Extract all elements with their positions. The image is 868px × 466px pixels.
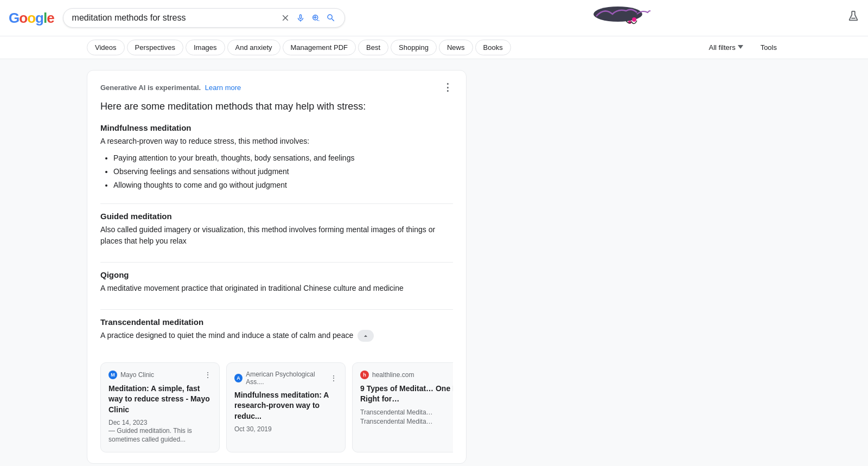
main-content: Generative AI is experimental. Learn mor… — [0, 59, 868, 466]
source-name: American Psychological Ass.... — [246, 371, 330, 386]
source-name: Mayo Clinic — [120, 371, 154, 379]
section-list-item: Paying attention to your breath, thought… — [113, 151, 453, 165]
source-card-info: A American Psychological Ass.... — [234, 371, 330, 386]
source-card-header: M Mayo Clinic ⋮ — [108, 371, 212, 379]
meditation-sections: Mindfulness meditationA research-proven … — [100, 123, 453, 352]
source-card-info: h healthline.com — [360, 371, 414, 379]
collapse-button[interactable] — [358, 330, 374, 342]
source-card-mayo-clinic[interactable]: M Mayo Clinic ⋮ Meditation: A simple, fa… — [100, 362, 220, 452]
filter-right: All filters Tools — [705, 40, 781, 55]
source-card-healthline[interactable]: h healthline.com ⋮ 9 Types of Meditat… O… — [352, 362, 453, 452]
filter-chip-and-anxiety[interactable]: And anxiety — [227, 40, 280, 55]
header: Google meditation methods for stress — [0, 0, 868, 36]
source-favicon: A — [234, 374, 242, 382]
filter-chip-videos[interactable]: Videos — [87, 40, 125, 55]
more-options-button[interactable]: ⋮ — [443, 81, 453, 93]
learn-more-link[interactable]: Learn more — [205, 84, 241, 92]
doodle-area — [354, 4, 839, 31]
source-card-header: h healthline.com ⋮ — [360, 371, 453, 379]
meditation-section-transcendental: Transcendental meditationA practice desi… — [100, 309, 453, 352]
ai-results-box: Generative AI is experimental. Learn mor… — [87, 70, 467, 464]
meditation-section-mindfulness: Mindfulness meditationA research-proven … — [100, 123, 453, 198]
search-bar: meditation methods for stress — [63, 8, 345, 28]
card-more-button[interactable]: ⋮ — [204, 371, 212, 379]
image-search-button[interactable] — [311, 13, 321, 23]
filter-bar: VideosPerspectivesImagesAnd anxietyManag… — [0, 36, 868, 59]
tools-button[interactable]: Tools — [756, 40, 781, 55]
section-desc-transcendental: A practice designed to quiet the mind an… — [100, 330, 453, 342]
all-filters-button[interactable]: All filters — [705, 40, 748, 55]
source-title: 9 Types of Meditat… One Is Right for… — [360, 384, 453, 405]
section-title-guided: Guided meditation — [100, 212, 453, 221]
section-list-mindfulness: Paying attention to your breath, thought… — [100, 151, 453, 193]
filter-chip-best[interactable]: Best — [358, 40, 388, 55]
search-input[interactable]: meditation methods for stress — [72, 13, 275, 23]
source-favicon: h — [360, 371, 369, 379]
section-title-mindfulness: Mindfulness meditation — [100, 123, 453, 132]
google-logo[interactable]: Google — [9, 10, 54, 27]
section-title-qigong: Qigong — [100, 270, 453, 279]
filter-chip-management-pdf[interactable]: Management PDF — [283, 40, 356, 55]
filter-chip-images[interactable]: Images — [186, 40, 225, 55]
svg-point-1 — [632, 17, 636, 22]
source-title: Meditation: A simple, fast way to reduce… — [108, 384, 212, 416]
labs-icon[interactable] — [847, 10, 859, 25]
source-snippet: Transcendental Medita… Transcendental Me… — [360, 408, 453, 426]
source-name: healthline.com — [372, 371, 414, 379]
filter-chips: VideosPerspectivesImagesAnd anxietyManag… — [87, 40, 511, 55]
source-card-header: A American Psychological Ass.... ⋮ — [234, 371, 337, 386]
section-list-item: Allowing thoughts to come and go without… — [113, 178, 453, 192]
all-filters-label: All filters — [709, 43, 736, 52]
section-list-item: Observing feelings and sensations withou… — [113, 165, 453, 178]
clear-search-button[interactable] — [280, 13, 290, 23]
source-cards-container: M Mayo Clinic ⋮ Meditation: A simple, fa… — [100, 362, 429, 452]
section-desc-qigong: A meditative movement practice that orig… — [100, 283, 453, 294]
source-cards: M Mayo Clinic ⋮ Meditation: A simple, fa… — [100, 362, 453, 452]
ai-experimental-text: Generative AI is experimental. Learn mor… — [100, 84, 241, 92]
filter-chip-books[interactable]: Books — [475, 40, 511, 55]
section-desc-mindfulness: A research-proven way to reduce stress, … — [100, 136, 453, 147]
filter-chip-perspectives[interactable]: Perspectives — [127, 40, 183, 55]
ai-experimental-notice: Generative AI is experimental. Learn mor… — [100, 81, 453, 93]
search-submit-button[interactable] — [326, 13, 336, 23]
section-desc-guided: Also called guided imagery or visualizat… — [100, 224, 453, 247]
card-more-button[interactable]: ⋮ — [330, 374, 337, 382]
source-snippet: — Guided meditation. This is sometimes c… — [108, 426, 212, 445]
source-favicon: M — [108, 371, 117, 379]
source-card-apa[interactable]: A American Psychological Ass.... ⋮ Mindf… — [226, 362, 346, 452]
voice-search-button[interactable] — [296, 13, 305, 23]
source-card-info: M Mayo Clinic — [108, 371, 154, 379]
section-title-transcendental: Transcendental meditation — [100, 317, 453, 327]
ai-headline: Here are some meditation methods that ma… — [100, 101, 453, 112]
source-title: Mindfulness meditation: A research-prove… — [234, 390, 337, 422]
filter-chip-shopping[interactable]: Shopping — [391, 40, 437, 55]
source-date: Dec 14, 2023 — [108, 419, 212, 426]
meditation-section-guided: Guided meditationAlso called guided imag… — [100, 203, 453, 257]
source-date: Oct 30, 2019 — [234, 425, 337, 433]
meditation-section-qigong: QigongA meditative movement practice tha… — [100, 262, 453, 304]
filter-chip-news[interactable]: News — [439, 40, 473, 55]
